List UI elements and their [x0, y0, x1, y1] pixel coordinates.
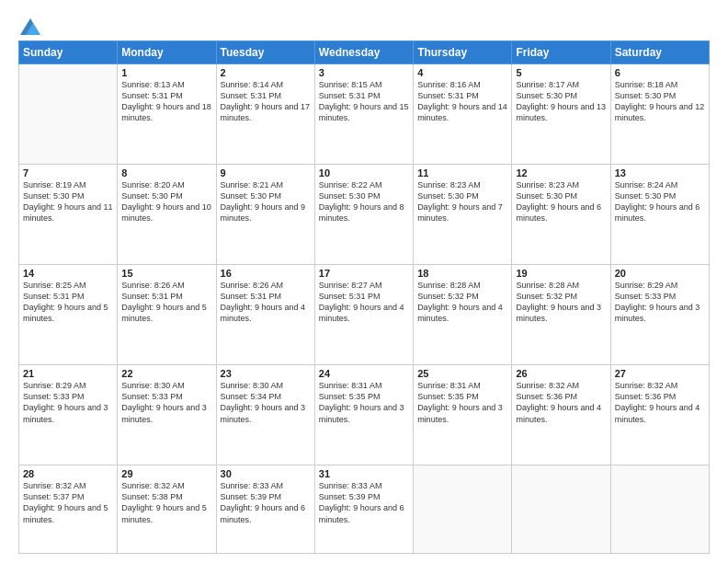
day-number: 13: [615, 167, 705, 178]
day-number: 8: [121, 167, 211, 178]
day-number: 28: [23, 468, 113, 479]
day-number: 14: [23, 268, 113, 279]
day-number: 23: [221, 368, 311, 379]
cell-info: Sunrise: 8:22 AMSunset: 5:30 PMDaylight:…: [319, 179, 409, 224]
calendar-cell: 20Sunrise: 8:29 AMSunset: 5:33 PMDayligh…: [610, 265, 709, 365]
cell-info: Sunrise: 8:29 AMSunset: 5:33 PMDaylight:…: [23, 380, 113, 425]
calendar-cell: 8Sunrise: 8:20 AMSunset: 5:30 PMDaylight…: [118, 165, 216, 265]
weekday-header-wednesday: Wednesday: [314, 41, 413, 64]
header: [18, 17, 710, 31]
cell-info: Sunrise: 8:26 AMSunset: 5:31 PMDaylight:…: [121, 280, 211, 325]
day-number: 16: [221, 268, 311, 279]
weekday-header-friday: Friday: [512, 41, 610, 64]
calendar-week-3: 14Sunrise: 8:25 AMSunset: 5:31 PMDayligh…: [19, 265, 710, 365]
cell-info: Sunrise: 8:17 AMSunset: 5:30 PMDaylight:…: [516, 79, 606, 124]
calendar-cell: 29Sunrise: 8:32 AMSunset: 5:38 PMDayligh…: [118, 465, 216, 554]
weekday-header-saturday: Saturday: [610, 41, 709, 64]
day-number: 17: [319, 268, 409, 279]
day-number: 22: [121, 368, 211, 379]
cell-info: Sunrise: 8:26 AMSunset: 5:31 PMDaylight:…: [221, 280, 311, 325]
calendar-cell: 26Sunrise: 8:32 AMSunset: 5:36 PMDayligh…: [512, 365, 610, 465]
cell-info: Sunrise: 8:32 AMSunset: 5:36 PMDaylight:…: [615, 380, 705, 425]
day-number: 27: [615, 368, 705, 379]
calendar-cell: 25Sunrise: 8:31 AMSunset: 5:35 PMDayligh…: [414, 365, 512, 465]
cell-info: Sunrise: 8:32 AMSunset: 5:37 PMDaylight:…: [23, 480, 113, 525]
calendar-week-4: 21Sunrise: 8:29 AMSunset: 5:33 PMDayligh…: [19, 365, 710, 465]
calendar-cell: 31Sunrise: 8:33 AMSunset: 5:39 PMDayligh…: [314, 465, 413, 554]
calendar-cell: 30Sunrise: 8:33 AMSunset: 5:39 PMDayligh…: [216, 465, 314, 554]
calendar-cell: 11Sunrise: 8:23 AMSunset: 5:30 PMDayligh…: [414, 165, 512, 265]
cell-info: Sunrise: 8:31 AMSunset: 5:35 PMDaylight:…: [417, 380, 507, 425]
day-number: 6: [615, 67, 705, 78]
cell-info: Sunrise: 8:20 AMSunset: 5:30 PMDaylight:…: [121, 179, 211, 224]
calendar-cell: 27Sunrise: 8:32 AMSunset: 5:36 PMDayligh…: [610, 365, 709, 465]
cell-info: Sunrise: 8:25 AMSunset: 5:31 PMDaylight:…: [23, 280, 113, 325]
calendar-cell: 10Sunrise: 8:22 AMSunset: 5:30 PMDayligh…: [314, 165, 413, 265]
day-number: 20: [615, 268, 705, 279]
cell-info: Sunrise: 8:29 AMSunset: 5:33 PMDaylight:…: [615, 280, 705, 325]
cell-info: Sunrise: 8:23 AMSunset: 5:30 PMDaylight:…: [516, 179, 606, 224]
cell-info: Sunrise: 8:28 AMSunset: 5:32 PMDaylight:…: [417, 280, 507, 325]
calendar-cell: 6Sunrise: 8:18 AMSunset: 5:30 PMDaylight…: [610, 64, 709, 165]
cell-info: Sunrise: 8:24 AMSunset: 5:30 PMDaylight:…: [615, 179, 705, 224]
calendar-cell: 7Sunrise: 8:19 AMSunset: 5:30 PMDaylight…: [19, 165, 118, 265]
cell-info: Sunrise: 8:16 AMSunset: 5:31 PMDaylight:…: [417, 79, 507, 124]
calendar-cell: 2Sunrise: 8:14 AMSunset: 5:31 PMDaylight…: [216, 64, 314, 165]
calendar-cell: 14Sunrise: 8:25 AMSunset: 5:31 PMDayligh…: [19, 265, 118, 365]
cell-info: Sunrise: 8:13 AMSunset: 5:31 PMDaylight:…: [121, 79, 211, 124]
weekday-header-tuesday: Tuesday: [216, 41, 314, 64]
day-number: 12: [516, 167, 606, 178]
day-number: 18: [417, 268, 507, 279]
calendar-cell: 5Sunrise: 8:17 AMSunset: 5:30 PMDaylight…: [512, 64, 610, 165]
calendar-cell: 23Sunrise: 8:30 AMSunset: 5:34 PMDayligh…: [216, 365, 314, 465]
calendar-cell: [414, 465, 512, 554]
day-number: 15: [121, 268, 211, 279]
calendar-cell: 13Sunrise: 8:24 AMSunset: 5:30 PMDayligh…: [610, 165, 709, 265]
day-number: 9: [221, 167, 311, 178]
calendar-cell: 3Sunrise: 8:15 AMSunset: 5:31 PMDaylight…: [314, 64, 413, 165]
cell-info: Sunrise: 8:15 AMSunset: 5:31 PMDaylight:…: [319, 79, 409, 124]
cell-info: Sunrise: 8:18 AMSunset: 5:30 PMDaylight:…: [615, 79, 705, 124]
day-number: 11: [417, 167, 507, 178]
weekday-header-row: SundayMondayTuesdayWednesdayThursdayFrid…: [19, 41, 710, 64]
cell-info: Sunrise: 8:30 AMSunset: 5:33 PMDaylight:…: [121, 380, 211, 425]
cell-info: Sunrise: 8:14 AMSunset: 5:31 PMDaylight:…: [221, 79, 311, 124]
calendar-cell: 1Sunrise: 8:13 AMSunset: 5:31 PMDaylight…: [118, 64, 216, 165]
cell-info: Sunrise: 8:23 AMSunset: 5:30 PMDaylight:…: [417, 179, 507, 224]
calendar-cell: 28Sunrise: 8:32 AMSunset: 5:37 PMDayligh…: [19, 465, 118, 554]
day-number: 30: [221, 468, 311, 479]
cell-info: Sunrise: 8:33 AMSunset: 5:39 PMDaylight:…: [221, 480, 311, 525]
day-number: 7: [23, 167, 113, 178]
day-number: 2: [221, 67, 311, 78]
calendar-cell: 22Sunrise: 8:30 AMSunset: 5:33 PMDayligh…: [118, 365, 216, 465]
calendar-cell: 18Sunrise: 8:28 AMSunset: 5:32 PMDayligh…: [414, 265, 512, 365]
calendar-cell: [610, 465, 709, 554]
calendar-week-2: 7Sunrise: 8:19 AMSunset: 5:30 PMDaylight…: [19, 165, 710, 265]
calendar-cell: 4Sunrise: 8:16 AMSunset: 5:31 PMDaylight…: [414, 64, 512, 165]
page: SundayMondayTuesdayWednesdayThursdayFrid…: [0, 0, 728, 563]
calendar-cell: [512, 465, 610, 554]
cell-info: Sunrise: 8:27 AMSunset: 5:31 PMDaylight:…: [319, 280, 409, 325]
cell-info: Sunrise: 8:32 AMSunset: 5:36 PMDaylight:…: [516, 380, 606, 425]
cell-info: Sunrise: 8:21 AMSunset: 5:30 PMDaylight:…: [221, 179, 311, 224]
cell-info: Sunrise: 8:28 AMSunset: 5:32 PMDaylight:…: [516, 280, 606, 325]
cell-info: Sunrise: 8:32 AMSunset: 5:38 PMDaylight:…: [121, 480, 211, 525]
cell-info: Sunrise: 8:33 AMSunset: 5:39 PMDaylight:…: [319, 480, 409, 525]
day-number: 3: [319, 67, 409, 78]
day-number: 29: [121, 468, 211, 479]
day-number: 19: [516, 268, 606, 279]
weekday-header-sunday: Sunday: [19, 41, 118, 64]
calendar-cell: 12Sunrise: 8:23 AMSunset: 5:30 PMDayligh…: [512, 165, 610, 265]
calendar-cell: 17Sunrise: 8:27 AMSunset: 5:31 PMDayligh…: [314, 265, 413, 365]
calendar-cell: [19, 64, 118, 165]
cell-info: Sunrise: 8:19 AMSunset: 5:30 PMDaylight:…: [23, 179, 113, 224]
day-number: 24: [319, 368, 409, 379]
calendar-cell: 24Sunrise: 8:31 AMSunset: 5:35 PMDayligh…: [314, 365, 413, 465]
calendar-table: SundayMondayTuesdayWednesdayThursdayFrid…: [18, 40, 710, 554]
day-number: 5: [516, 67, 606, 78]
calendar-cell: 21Sunrise: 8:29 AMSunset: 5:33 PMDayligh…: [19, 365, 118, 465]
day-number: 21: [23, 368, 113, 379]
calendar-cell: 9Sunrise: 8:21 AMSunset: 5:30 PMDaylight…: [216, 165, 314, 265]
cell-info: Sunrise: 8:30 AMSunset: 5:34 PMDaylight:…: [221, 380, 311, 425]
logo-icon: [20, 18, 40, 35]
